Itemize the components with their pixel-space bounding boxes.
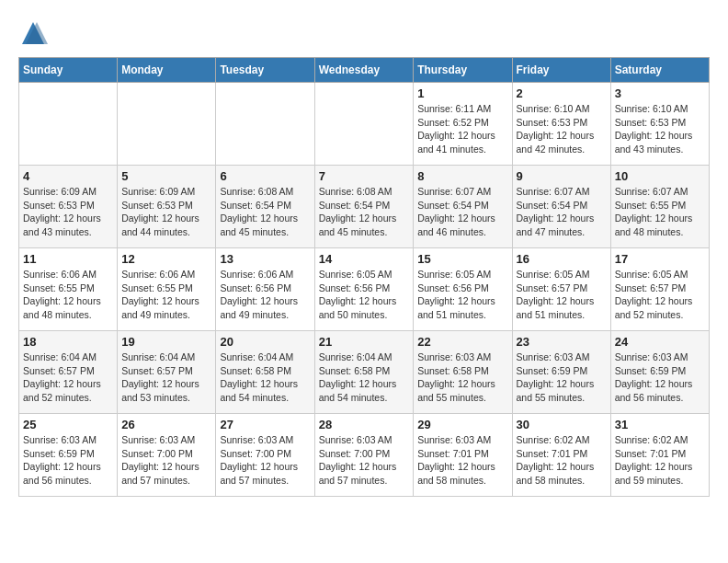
day-header-sunday: Sunday <box>19 58 118 83</box>
calendar-cell: 23Sunrise: 6:03 AM Sunset: 6:59 PM Dayli… <box>512 331 610 414</box>
calendar-cell <box>118 83 216 166</box>
calendar-cell: 14Sunrise: 6:05 AM Sunset: 6:56 PM Dayli… <box>314 248 414 331</box>
day-info: Sunrise: 6:07 AM Sunset: 6:54 PM Dayligh… <box>417 185 507 239</box>
calendar-cell: 31Sunrise: 6:02 AM Sunset: 7:01 PM Dayli… <box>610 414 709 497</box>
day-number: 24 <box>615 335 705 349</box>
day-number: 22 <box>417 335 507 349</box>
day-info: Sunrise: 6:04 AM Sunset: 6:57 PM Dayligh… <box>121 350 211 405</box>
calendar-cell: 19Sunrise: 6:04 AM Sunset: 6:57 PM Dayli… <box>118 331 216 414</box>
day-number: 6 <box>220 169 310 183</box>
day-number: 31 <box>615 418 705 431</box>
day-number: 25 <box>23 418 113 431</box>
day-number: 1 <box>417 86 507 100</box>
day-info: Sunrise: 6:11 AM Sunset: 6:52 PM Dayligh… <box>417 102 507 156</box>
calendar-cell: 29Sunrise: 6:03 AM Sunset: 7:01 PM Dayli… <box>414 414 512 497</box>
day-info: Sunrise: 6:09 AM Sunset: 6:53 PM Dayligh… <box>23 185 113 239</box>
calendar-cell: 11Sunrise: 6:06 AM Sunset: 6:55 PM Dayli… <box>19 248 118 331</box>
day-number: 11 <box>23 252 113 266</box>
day-info: Sunrise: 6:03 AM Sunset: 6:59 PM Dayligh… <box>517 350 607 405</box>
day-info: Sunrise: 6:03 AM Sunset: 6:58 PM Dayligh… <box>417 350 507 405</box>
day-info: Sunrise: 6:08 AM Sunset: 6:54 PM Dayligh… <box>220 185 310 239</box>
calendar-cell: 22Sunrise: 6:03 AM Sunset: 6:58 PM Dayli… <box>414 331 512 414</box>
logo-icon <box>18 18 48 48</box>
calendar-cell: 16Sunrise: 6:05 AM Sunset: 6:57 PM Dayli… <box>512 248 610 331</box>
calendar-week-row: 1Sunrise: 6:11 AM Sunset: 6:52 PM Daylig… <box>19 83 710 166</box>
calendar-cell: 2Sunrise: 6:10 AM Sunset: 6:53 PM Daylig… <box>512 83 610 166</box>
day-number: 27 <box>220 418 310 431</box>
day-header-wednesday: Wednesday <box>314 58 414 83</box>
day-number: 29 <box>417 418 507 431</box>
day-number: 4 <box>23 169 113 183</box>
calendar-cell: 4Sunrise: 6:09 AM Sunset: 6:53 PM Daylig… <box>19 166 118 248</box>
day-info: Sunrise: 6:10 AM Sunset: 6:53 PM Dayligh… <box>615 102 705 156</box>
day-info: Sunrise: 6:04 AM Sunset: 6:58 PM Dayligh… <box>319 350 410 405</box>
day-header-tuesday: Tuesday <box>216 58 314 83</box>
day-number: 19 <box>121 335 211 349</box>
calendar-cell: 24Sunrise: 6:03 AM Sunset: 6:59 PM Dayli… <box>610 331 709 414</box>
day-number: 30 <box>517 418 607 431</box>
calendar-cell: 6Sunrise: 6:08 AM Sunset: 6:54 PM Daylig… <box>216 166 314 248</box>
calendar-week-row: 18Sunrise: 6:04 AM Sunset: 6:57 PM Dayli… <box>19 331 710 414</box>
day-number: 18 <box>23 335 113 349</box>
calendar-cell: 27Sunrise: 6:03 AM Sunset: 7:00 PM Dayli… <box>216 414 314 497</box>
day-number: 26 <box>121 418 211 431</box>
day-info: Sunrise: 6:04 AM Sunset: 6:58 PM Dayligh… <box>220 350 310 405</box>
calendar-table: SundayMondayTuesdayWednesdayThursdayFrid… <box>18 57 710 497</box>
day-number: 2 <box>517 86 607 100</box>
calendar-cell <box>314 83 414 166</box>
day-number: 20 <box>220 335 310 349</box>
calendar-cell: 25Sunrise: 6:03 AM Sunset: 6:59 PM Dayli… <box>19 414 118 497</box>
day-info: Sunrise: 6:06 AM Sunset: 6:55 PM Dayligh… <box>121 268 211 322</box>
calendar-cell: 13Sunrise: 6:06 AM Sunset: 6:56 PM Dayli… <box>216 248 314 331</box>
day-number: 28 <box>319 418 410 431</box>
day-info: Sunrise: 6:10 AM Sunset: 6:53 PM Dayligh… <box>517 102 607 156</box>
day-info: Sunrise: 6:07 AM Sunset: 6:55 PM Dayligh… <box>615 185 705 239</box>
day-number: 10 <box>615 169 705 183</box>
day-info: Sunrise: 6:05 AM Sunset: 6:56 PM Dayligh… <box>319 268 410 322</box>
day-info: Sunrise: 6:03 AM Sunset: 6:59 PM Dayligh… <box>615 350 705 405</box>
day-number: 3 <box>615 86 705 100</box>
calendar-cell: 1Sunrise: 6:11 AM Sunset: 6:52 PM Daylig… <box>414 83 512 166</box>
day-info: Sunrise: 6:03 AM Sunset: 7:00 PM Dayligh… <box>319 433 410 488</box>
day-number: 23 <box>517 335 607 349</box>
day-info: Sunrise: 6:06 AM Sunset: 6:56 PM Dayligh… <box>220 268 310 322</box>
day-number: 21 <box>319 335 410 349</box>
day-header-thursday: Thursday <box>414 58 512 83</box>
day-header-saturday: Saturday <box>610 58 709 83</box>
day-number: 14 <box>319 252 410 266</box>
calendar-cell: 21Sunrise: 6:04 AM Sunset: 6:58 PM Dayli… <box>314 331 414 414</box>
day-header-monday: Monday <box>118 58 216 83</box>
day-info: Sunrise: 6:04 AM Sunset: 6:57 PM Dayligh… <box>23 350 113 405</box>
day-info: Sunrise: 6:03 AM Sunset: 7:01 PM Dayligh… <box>417 433 507 488</box>
day-info: Sunrise: 6:03 AM Sunset: 7:00 PM Dayligh… <box>121 433 211 488</box>
calendar-header-row: SundayMondayTuesdayWednesdayThursdayFrid… <box>19 58 710 83</box>
day-number: 7 <box>319 169 410 183</box>
calendar-cell: 9Sunrise: 6:07 AM Sunset: 6:54 PM Daylig… <box>512 166 610 248</box>
calendar-cell: 26Sunrise: 6:03 AM Sunset: 7:00 PM Dayli… <box>118 414 216 497</box>
day-info: Sunrise: 6:03 AM Sunset: 7:00 PM Dayligh… <box>220 433 310 488</box>
day-info: Sunrise: 6:08 AM Sunset: 6:54 PM Dayligh… <box>319 185 410 239</box>
day-info: Sunrise: 6:05 AM Sunset: 6:57 PM Dayligh… <box>615 268 705 322</box>
day-number: 15 <box>417 252 507 266</box>
calendar-cell: 12Sunrise: 6:06 AM Sunset: 6:55 PM Dayli… <box>118 248 216 331</box>
calendar-week-row: 4Sunrise: 6:09 AM Sunset: 6:53 PM Daylig… <box>19 166 710 248</box>
day-info: Sunrise: 6:05 AM Sunset: 6:56 PM Dayligh… <box>417 268 507 322</box>
calendar-cell: 18Sunrise: 6:04 AM Sunset: 6:57 PM Dayli… <box>19 331 118 414</box>
page-header <box>18 18 710 48</box>
day-number: 5 <box>121 169 211 183</box>
day-number: 8 <box>417 169 507 183</box>
calendar-cell: 10Sunrise: 6:07 AM Sunset: 6:55 PM Dayli… <box>610 166 709 248</box>
day-number: 9 <box>517 169 607 183</box>
calendar-cell: 15Sunrise: 6:05 AM Sunset: 6:56 PM Dayli… <box>414 248 512 331</box>
day-info: Sunrise: 6:02 AM Sunset: 7:01 PM Dayligh… <box>615 433 705 488</box>
day-info: Sunrise: 6:07 AM Sunset: 6:54 PM Dayligh… <box>517 185 607 239</box>
calendar-week-row: 25Sunrise: 6:03 AM Sunset: 6:59 PM Dayli… <box>19 414 710 497</box>
day-number: 17 <box>615 252 705 266</box>
logo <box>18 18 51 48</box>
day-info: Sunrise: 6:03 AM Sunset: 6:59 PM Dayligh… <box>23 433 113 488</box>
day-number: 13 <box>220 252 310 266</box>
calendar-cell: 20Sunrise: 6:04 AM Sunset: 6:58 PM Dayli… <box>216 331 314 414</box>
calendar-cell: 17Sunrise: 6:05 AM Sunset: 6:57 PM Dayli… <box>610 248 709 331</box>
day-header-friday: Friday <box>512 58 610 83</box>
calendar-cell: 30Sunrise: 6:02 AM Sunset: 7:01 PM Dayli… <box>512 414 610 497</box>
